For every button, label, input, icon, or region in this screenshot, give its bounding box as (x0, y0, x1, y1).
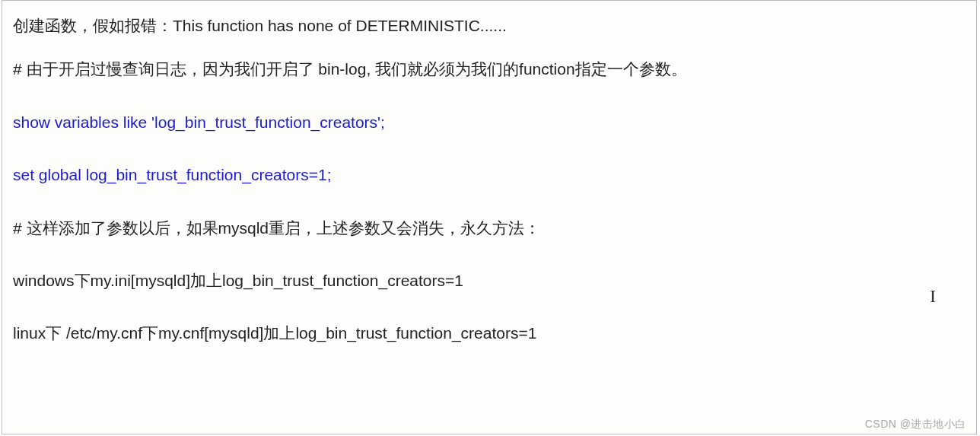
text-line-5: linux下 /etc/my.cnf下my.cnf[mysqld]加上log_b… (13, 322, 966, 344)
sql-line-2: set global log_bin_trust_function_creato… (13, 164, 966, 186)
sql-line-1: show variables like 'log_bin_trust_funct… (13, 111, 966, 133)
text-line-1: 创建函数，假如报错：This function has none of DETE… (13, 14, 966, 37)
document-frame: 创建函数，假如报错：This function has none of DETE… (2, 0, 977, 434)
text-line-3: # 这样添加了参数以后，如果mysqld重启，上述参数又会消失，永久方法： (13, 217, 966, 239)
text-line-2: # 由于开启过慢查询日志，因为我们开启了 bin-log, 我们就必须为我们的f… (13, 58, 966, 80)
text-line-4: windows下my.ini[mysqld]加上log_bin_trust_fu… (13, 269, 966, 291)
